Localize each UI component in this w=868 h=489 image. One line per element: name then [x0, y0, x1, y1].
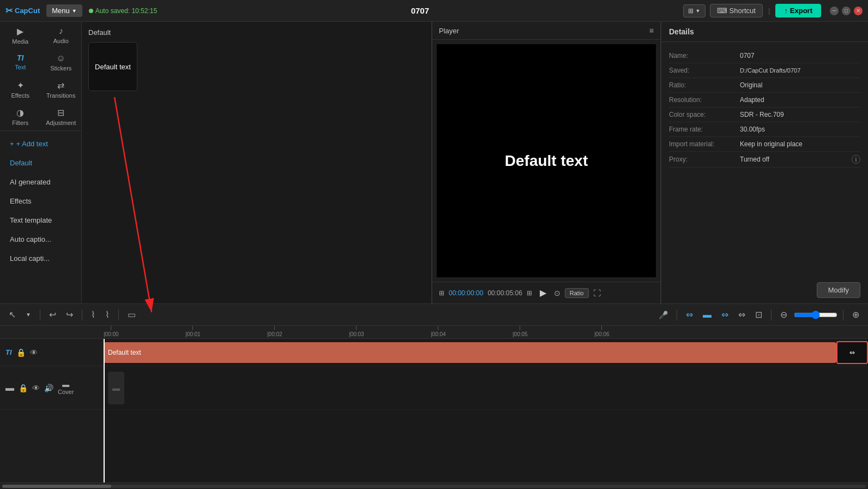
select-arrow-button[interactable]: ▼: [22, 310, 34, 319]
export-label: Export: [790, 7, 812, 15]
text-clip[interactable]: Default text: [104, 342, 836, 363]
detail-row-resolution: Resolution: Adapted: [669, 93, 860, 108]
text-track-handle[interactable]: ⇔: [836, 341, 868, 364]
text-clip-label: Default text: [108, 349, 141, 356]
video-icon-ctrl: ▬: [5, 383, 14, 393]
screenshot-button[interactable]: ⊙: [554, 289, 560, 297]
keyboard-icon: ⌨: [717, 7, 727, 15]
ruler-line-5: [520, 326, 520, 330]
sidebar-item-default[interactable]: Default: [4, 154, 77, 171]
tab-audio-label: Audio: [53, 38, 69, 44]
select-tool-button[interactable]: ↖: [5, 308, 19, 321]
ruler-mark-0: |00:00: [104, 326, 119, 337]
eye-icon[interactable]: 👁: [30, 348, 38, 357]
mic-button[interactable]: 🎤: [655, 309, 671, 321]
tab-stickers[interactable]: ☺ Stickers: [41, 49, 82, 76]
effects-icon: ✦: [17, 80, 24, 91]
text-library: Default Default text: [82, 22, 431, 303]
zoom-out-button[interactable]: ⊖: [777, 308, 791, 321]
player-viewport: Default text: [437, 44, 656, 277]
unlink-button[interactable]: ⇔: [718, 308, 732, 321]
scrollbar-thumb[interactable]: [2, 485, 111, 488]
player-area: Player ≡ Default text ⊞ 00:00:00:00 00:0…: [432, 22, 661, 303]
video-audio-icon[interactable]: 🔊: [44, 384, 53, 392]
tab-transitions[interactable]: ⇄ Transitions: [41, 76, 82, 103]
tab-adjustment[interactable]: ⊟ Adjustment: [41, 103, 82, 130]
undo-button[interactable]: ↩: [46, 308, 59, 321]
details-panel: Details Name: 0707 Saved: D:/CapCut Draf…: [661, 22, 868, 303]
trim-button[interactable]: ⌇: [102, 308, 113, 321]
detail-value-ratio: Original: [740, 81, 762, 89]
sidebar-ai-label: AI generated: [10, 178, 50, 186]
tab-filters[interactable]: ◑ Filters: [0, 103, 41, 130]
menu-button[interactable]: Menu ▼: [46, 4, 82, 17]
ruler-mark-2: |00:02: [267, 326, 282, 337]
close-button[interactable]: ✕: [854, 7, 863, 15]
export-button[interactable]: ↑ Export: [775, 4, 821, 17]
tab-adjustment-label: Adjustment: [46, 120, 76, 126]
layout-button[interactable]: ⊞ ▼: [683, 4, 706, 17]
ratio-button[interactable]: Ratio: [565, 288, 589, 298]
tab-effects[interactable]: ✦ Effects: [0, 76, 41, 103]
detail-value-color-space: SDR - Rec.709: [740, 111, 784, 118]
toolbar-separator-4: [677, 309, 677, 320]
play-button[interactable]: ▶: [537, 287, 550, 299]
minimize-button[interactable]: ─: [830, 7, 839, 15]
video-lock-icon[interactable]: 🔒: [19, 384, 28, 392]
tab-transitions-label: Transitions: [46, 92, 75, 99]
detail-row-name: Name: 0707: [669, 49, 860, 63]
ruler-line-6: [601, 326, 602, 330]
fullscreen-button[interactable]: ⛶: [593, 289, 601, 297]
add-text-button[interactable]: + + Add text: [4, 135, 77, 152]
detail-value-saved: D:/CapCut Drafts/0707: [740, 67, 800, 74]
redo-button[interactable]: ↪: [63, 308, 76, 321]
chapters-button[interactable]: ⊞: [527, 289, 532, 297]
crop-button[interactable]: ▭: [124, 308, 139, 321]
group-button[interactable]: ⊡: [752, 308, 765, 321]
timeline-scrollbar[interactable]: [0, 482, 868, 489]
sidebar-item-ai-generated[interactable]: AI generated: [4, 174, 77, 190]
detail-row-proxy: Proxy: Turned off ℹ: [669, 152, 860, 168]
sidebar-auto-caption-label: Auto captio...: [10, 235, 51, 243]
timeline-tracks: TI 🔒 👁 ▬ 🔒 👁 🔊 ▬ Cover: [0, 339, 868, 482]
sidebar-item-local-caption[interactable]: Local capti...: [4, 250, 77, 267]
tab-audio[interactable]: ♪ Audio: [41, 22, 82, 49]
topbar-right: ⊞ ▼ ⌨ Shortcut | ↑ Export ─ □ ✕: [683, 4, 863, 17]
detail-label-proxy: Proxy:: [669, 156, 740, 163]
toolbar-separator-5: [771, 309, 771, 320]
transitions-icon: ⇄: [57, 80, 64, 91]
align-button[interactable]: ⇔: [735, 308, 749, 321]
tab-text[interactable]: TI Text: [0, 49, 41, 76]
shortcut-button[interactable]: ⌨ Shortcut: [710, 4, 763, 17]
expand-button[interactable]: ⊕: [849, 308, 863, 321]
clip-button[interactable]: ▬: [700, 308, 715, 321]
tab-media[interactable]: ▶ Media: [0, 22, 41, 49]
lock-icon[interactable]: 🔒: [16, 348, 26, 357]
modify-button[interactable]: Modify: [817, 282, 860, 298]
cover-button[interactable]: ▬ Cover: [58, 380, 74, 395]
split-button[interactable]: ⌇: [88, 308, 99, 321]
text-track-icon: TI: [5, 348, 12, 356]
player-menu-button[interactable]: ≡: [649, 26, 654, 35]
video-eye-icon[interactable]: 👁: [32, 384, 40, 392]
timeline-grid-button[interactable]: ⊞: [439, 289, 444, 297]
timecode-current: 00:00:00:00: [449, 289, 483, 297]
link-button[interactable]: ⇔: [683, 308, 696, 321]
detail-label-frame-rate: Frame rate:: [669, 126, 740, 133]
detail-row-saved: Saved: D:/CapCut Drafts/0707: [669, 63, 860, 78]
detail-row-import-material: Import material: Keep in original place: [669, 137, 860, 152]
sidebar-item-auto-caption[interactable]: Auto captio...: [4, 231, 77, 248]
text-card-label: Default text: [95, 63, 131, 71]
zoom-slider[interactable]: [794, 311, 837, 319]
filters-icon: ◑: [16, 108, 24, 118]
toolbar-separator-2: [82, 309, 82, 320]
video-track-row: ▬: [104, 366, 868, 410]
sidebar-item-effects[interactable]: Effects: [4, 193, 77, 210]
ruler-mark-6: |00:06: [594, 326, 610, 337]
sidebar-item-text-template[interactable]: Text template: [4, 212, 77, 229]
default-text-card[interactable]: Default text: [88, 42, 137, 91]
cover-icon: ▬: [62, 380, 69, 389]
maximize-button[interactable]: □: [842, 7, 851, 15]
detail-value-import-material: Keep in original place: [740, 140, 803, 148]
details-header: Details: [661, 22, 868, 42]
